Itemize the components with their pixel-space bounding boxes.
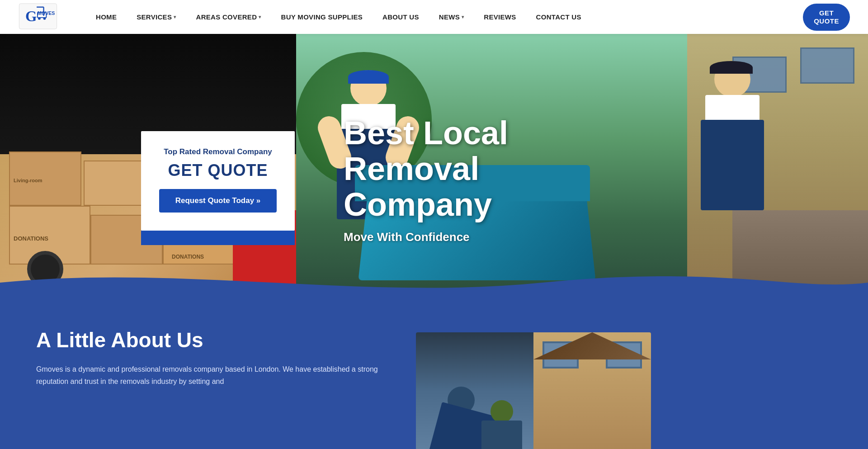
navbar: G MOVES HOME SERVICES ▾ AREAS COVERED ▾ … bbox=[0, 0, 868, 34]
card-title: GET QUOTE bbox=[159, 161, 277, 180]
nav-about-us[interactable]: ABOUT US bbox=[373, 13, 429, 21]
request-quote-button[interactable]: Request Quote Today » bbox=[159, 189, 277, 213]
hero-section: DONATIONS Living-room DONATIONS Dining-r… bbox=[0, 34, 868, 301]
hero-headline: Best LocalRemovalCompany Move With Confi… bbox=[344, 115, 508, 244]
card-subtitle: Top Rated Removal Company bbox=[159, 147, 277, 156]
svg-point-6 bbox=[38, 17, 41, 19]
hero-wave bbox=[0, 265, 868, 301]
nav-contact-us[interactable]: CONTACT US bbox=[526, 13, 591, 21]
about-text-block: A Little About Us Gmoves is a dynamic an… bbox=[36, 328, 380, 388]
nav-reviews[interactable]: REVIEWS bbox=[474, 13, 526, 21]
nav-areas-covered[interactable]: AREAS COVERED ▾ bbox=[186, 13, 271, 21]
hero-sub-text: Move With Confidence bbox=[344, 230, 508, 244]
about-heading: A Little About Us bbox=[36, 328, 380, 352]
get-quote-button[interactable]: GET QUOTE bbox=[803, 4, 850, 31]
nav-services[interactable]: SERVICES ▾ bbox=[127, 13, 186, 21]
chevron-down-icon: ▾ bbox=[259, 14, 261, 19]
chevron-down-icon: ▾ bbox=[462, 14, 464, 19]
about-paragraph: Gmoves is a dynamic and professional rem… bbox=[36, 363, 380, 388]
chevron-down-icon: ▾ bbox=[174, 14, 176, 19]
about-section: A Little About Us Gmoves is a dynamic an… bbox=[0, 301, 868, 449]
nav-buy-moving-supplies[interactable]: BUY MOVING SUPPLIES bbox=[271, 13, 373, 21]
hero-main-text: Best LocalRemovalCompany bbox=[344, 115, 508, 223]
logo[interactable]: G MOVES bbox=[18, 3, 59, 32]
nav-home[interactable]: HOME bbox=[86, 13, 127, 21]
card-blue-bar bbox=[141, 231, 295, 245]
about-image bbox=[416, 332, 651, 449]
hero-quote-card: Top Rated Removal Company GET QUOTE Requ… bbox=[141, 131, 295, 231]
svg-text:G: G bbox=[25, 8, 37, 24]
svg-point-7 bbox=[43, 17, 46, 19]
nav-news[interactable]: NEWS ▾ bbox=[429, 13, 474, 21]
nav-links: HOME SERVICES ▾ AREAS COVERED ▾ BUY MOVI… bbox=[86, 13, 803, 21]
